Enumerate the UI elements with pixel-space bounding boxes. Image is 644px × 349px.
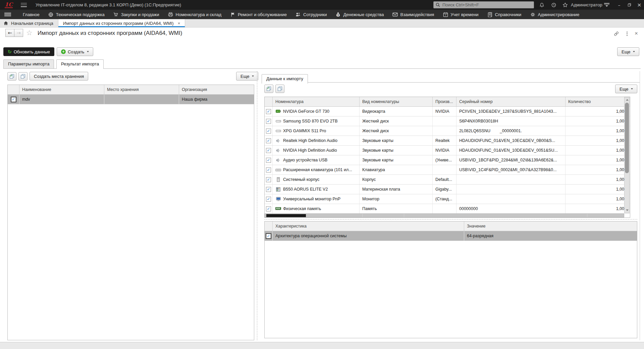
scroll-down-icon[interactable]	[626, 209, 629, 211]
characteristics-table: Характеристика Значение ✓Архитектура опе…	[264, 221, 637, 338]
gear-icon	[530, 12, 535, 17]
row-checkbox[interactable]: ✓	[266, 119, 271, 124]
menu-item-administration[interactable]: Администрирование	[526, 10, 584, 19]
row-checkbox[interactable]: ✓	[266, 138, 271, 143]
page-more-button[interactable]: Еще	[617, 47, 639, 56]
user-menu-icon[interactable]	[602, 0, 612, 10]
uncheck-all-button[interactable]	[275, 85, 284, 93]
row-checkbox[interactable]: ✓	[266, 148, 271, 153]
menu-item-staff[interactable]: Сотрудники	[291, 10, 331, 19]
svg-text:$: $	[338, 14, 339, 16]
column-header[interactable]: Место хранения	[104, 85, 179, 94]
menu-item-interactions[interactable]: Взаимодействия	[388, 10, 438, 19]
notifications-bell-icon[interactable]	[537, 0, 547, 10]
row-checkbox[interactable]: ✓	[266, 167, 271, 172]
row-checkbox[interactable]: ✓	[266, 109, 271, 114]
manufacturer-cell	[433, 126, 457, 136]
panel-splitter[interactable]	[257, 71, 257, 340]
table-row[interactable]: ✓Realtek High Definition AudioЗвуковые к…	[265, 136, 630, 146]
row-checkbox[interactable]: ✓	[266, 206, 271, 211]
column-header[interactable]: Организация	[179, 85, 254, 94]
sections-list-icon[interactable]	[4, 12, 11, 17]
tab-import-data-list[interactable]: Данные к импорту	[262, 74, 308, 84]
menu-item-purchases-sales[interactable]: Закупки и продажи	[109, 10, 164, 19]
refresh-data-button[interactable]: ↻ Обновить данные	[3, 47, 54, 56]
history-icon[interactable]	[549, 0, 559, 10]
column-header[interactable]: Вид номенклатуры	[360, 97, 433, 106]
menu-item-money[interactable]: $Денежные средства	[331, 10, 388, 19]
row-checkbox[interactable]: ✓	[11, 97, 16, 102]
scrollbar-thumb[interactable]	[266, 214, 306, 217]
table-row[interactable]: ✓Системный корпусКорпусDefault...1,000	[265, 175, 630, 185]
row-checkbox[interactable]: ✓	[266, 234, 271, 239]
import-data-tabstrip: Данные к импорту	[262, 73, 640, 83]
column-header[interactable]: Номенклатура	[273, 97, 360, 106]
table-row[interactable]: ✓Физическая памятьПамять000000001,000	[265, 204, 630, 214]
table-row[interactable]: ✓NVIDIA GeForce GT 730ВидеокартаNVIDIAPC…	[265, 107, 630, 116]
tab-import-result[interactable]: Результат импорта	[56, 59, 104, 69]
uncheck-all-button[interactable]	[18, 72, 28, 81]
table-row[interactable]: ✓Архитектура операционной системы64-разр…	[265, 231, 637, 241]
tab-import-params[interactable]: Параметры импорта	[3, 59, 54, 68]
tab-home-page[interactable]: Начальная страница	[0, 19, 58, 27]
row-checkbox[interactable]: ✓	[266, 177, 271, 182]
column-header[interactable]: Серийный номер	[457, 97, 566, 106]
forward-button[interactable]: →	[14, 29, 23, 37]
table-row[interactable]: ✓Аудио устройства USBЗвуковые карты(Унив…	[265, 155, 630, 165]
create-button[interactable]: + Создать	[57, 47, 93, 56]
global-search[interactable]	[433, 1, 534, 8]
tab-import-data[interactable]: Импорт данных из сторонних программ (AID…	[58, 19, 185, 27]
vertical-scrollbar[interactable]	[624, 97, 630, 213]
column-header[interactable]: Характеристика	[273, 221, 464, 231]
table-row[interactable]: ✓mdvНаша фирма	[8, 95, 254, 104]
right-more-button[interactable]: Еще	[615, 85, 637, 93]
row-checkbox[interactable]: ✓	[266, 129, 271, 134]
scrollbar-thumb[interactable]	[625, 103, 629, 173]
column-header[interactable]: Количество	[566, 97, 630, 106]
close-form-icon[interactable]: ×	[633, 30, 640, 37]
close-window-button[interactable]: ×	[635, 0, 644, 10]
global-search-input[interactable]	[442, 2, 532, 8]
kind-cell: Клавиатура	[360, 165, 433, 174]
get-link-icon[interactable]	[612, 30, 620, 37]
horizontal-scrollbar[interactable]	[265, 213, 624, 217]
nomenclature-name: Realtek High Definition Audio	[283, 136, 337, 145]
quantity-cell: 1,000	[566, 136, 630, 145]
table-row[interactable]: ✓XPG GAMMIX S11 ProЖесткий диск2L082LQ6S…	[265, 126, 630, 136]
table-row[interactable]: ✓NVIDIA High Definition AudioЗвуковые ка…	[265, 146, 630, 155]
table-row[interactable]: ✓Samsung SSD 870 EVO 2TBЖесткий дискS6P4…	[265, 116, 630, 126]
menu-item-home[interactable]: Главное	[18, 10, 44, 19]
row-checkbox[interactable]: ✓	[266, 187, 271, 192]
current-user[interactable]: Администратор	[571, 0, 602, 10]
restore-button[interactable]	[625, 0, 634, 10]
minimize-button[interactable]: –	[614, 0, 624, 10]
create-storage-button[interactable]: Создать места хранения	[30, 72, 88, 81]
menu-item-references[interactable]: Справочники	[483, 10, 526, 19]
menu-item-repair-service[interactable]: Ремонт и обслуживание	[226, 10, 291, 19]
table-row[interactable]: ✓B550 AORUS ELITE V2Материнская платаGig…	[265, 185, 630, 194]
menu-item-time-tracking[interactable]: 7Учет времени	[438, 10, 483, 19]
menu-item-nomenclature-stock[interactable]: Номенклатура и склад	[164, 10, 226, 19]
row-checkbox[interactable]: ✓	[266, 197, 271, 202]
books-icon	[487, 12, 493, 17]
check-all-button[interactable]: ✓	[264, 85, 273, 93]
scroll-up-icon[interactable]	[626, 99, 629, 101]
hdd-icon	[275, 119, 281, 123]
favorite-page-star-icon[interactable]: ☆	[26, 29, 33, 37]
main-menu-icon[interactable]	[21, 3, 27, 7]
table-row[interactable]: ✓Расширенная клавиатура (101 ил...Клавиа…	[265, 165, 630, 175]
check-all-button[interactable]: ✓	[7, 72, 16, 81]
column-header[interactable]: Наименование	[19, 85, 104, 94]
more-actions-dots-icon[interactable]	[623, 30, 631, 37]
tab-close-icon[interactable]: ×	[178, 21, 180, 26]
column-header[interactable]: Произв...	[433, 97, 457, 106]
favorites-star-icon[interactable]	[560, 0, 570, 10]
column-header[interactable]: Значение	[464, 221, 637, 231]
tables-splitter[interactable]	[264, 219, 637, 219]
nomenclature-cell: Samsung SSD 870 EVO 2TB	[273, 116, 360, 126]
menu-item-tech-support[interactable]: Техническая поддержка	[44, 10, 109, 19]
table-row[interactable]: ✓Универсальный монитор PnPМонитор(Станд.…	[265, 194, 630, 204]
back-button[interactable]: ←	[5, 29, 14, 37]
left-more-button[interactable]: Еще	[236, 72, 258, 81]
row-checkbox[interactable]: ✓	[266, 158, 271, 163]
